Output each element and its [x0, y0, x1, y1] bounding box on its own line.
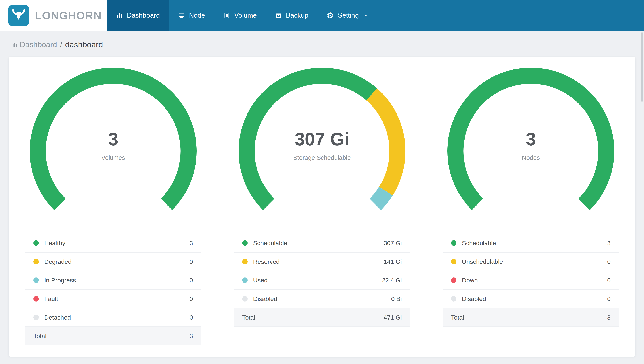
legend-label: Fault [44, 295, 190, 302]
nav-item-volume[interactable]: Volume [214, 0, 266, 31]
dashboard-card: 3 Volumes Healthy3Degraded0In Progress0F… [9, 57, 635, 357]
gauge-segment-healthy [38, 76, 188, 204]
legend-dot-yellow [33, 259, 39, 264]
nav-item-dashboard[interactable]: Dashboard [107, 0, 169, 31]
nav-item-label: Node [189, 12, 205, 19]
legend-value: 0 Bi [391, 295, 402, 302]
breadcrumb-page: dashboard [65, 40, 103, 49]
legend-value: 0 [190, 314, 193, 321]
nav-item-setting[interactable]: ⚙ Setting [318, 0, 378, 31]
nav-item-node[interactable]: Node [169, 0, 214, 31]
legend-dot-red [33, 296, 39, 302]
legend-value: 141 Gi [384, 258, 402, 265]
legend-total-row: Total3 [25, 327, 201, 346]
gauge-segment-schedulable [456, 76, 606, 204]
legend-value: 3 [190, 240, 193, 247]
legend-value: 0 [190, 295, 193, 302]
longhorn-logo [8, 5, 29, 26]
backup-icon [275, 12, 282, 19]
legend-row-healthy: Healthy3 [25, 234, 201, 252]
legend-row-in-progress: In Progress0 [25, 271, 201, 290]
main-nav: Dashboard Node Volume [107, 0, 378, 31]
legend-label: Used [253, 277, 382, 284]
legend-value: 0 [190, 277, 193, 284]
nav-item-label: Dashboard [127, 12, 160, 19]
gauge-segment-used [376, 191, 386, 204]
volumes-legend: Healthy3Degraded0In Progress0Fault0Detac… [25, 234, 201, 346]
legend-total-value: 3 [607, 314, 611, 321]
breadcrumb-section[interactable]: Dashboard [20, 40, 57, 49]
legend-label: Reserved [253, 258, 384, 265]
gauge-segment-reserved [372, 94, 398, 191]
legend-value: 307 Gi [384, 240, 402, 247]
legend-dot-green [33, 240, 39, 246]
storage-gauge-ring [237, 66, 407, 212]
legend-row-disabled: Disabled0 Bi [234, 290, 410, 308]
nodes-legend: Schedulable3Unschedulable0Down0Disabled0… [443, 234, 619, 327]
legend-dot-gray [33, 315, 39, 320]
volumes-gauge-ring [28, 66, 198, 212]
legend-row-schedulable: Schedulable307 Gi [234, 234, 410, 252]
legend-value: 3 [607, 240, 611, 247]
legend-row-reserved: Reserved141 Gi [234, 252, 410, 271]
legend-value: 0 [607, 277, 611, 284]
bull-icon [12, 8, 26, 22]
legend-label: Healthy [44, 240, 190, 247]
legend-row-degraded: Degraded0 [25, 252, 201, 271]
legend-row-detached: Detached0 [25, 308, 201, 327]
nodes-gauge: 3 Nodes [446, 66, 616, 212]
legend-label: Detached [44, 314, 190, 321]
legend-value: 0 [607, 295, 611, 302]
legend-dot-green [451, 240, 456, 246]
volumes-gauge: 3 Volumes [28, 66, 198, 212]
dashboard-icon [116, 12, 123, 19]
legend-dot-gray [242, 296, 248, 302]
legend-total-row: Total3 [443, 308, 619, 327]
top-navbar: LONGHORN Dashboard Node [0, 0, 644, 31]
legend-label: Disabled [462, 295, 607, 302]
legend-dot-red [451, 278, 456, 283]
legend-total-value: 471 Gi [384, 314, 402, 321]
legend-label: Disabled [253, 295, 391, 302]
legend-row-down: Down0 [443, 271, 619, 290]
breadcrumb-dashboard-icon [12, 42, 18, 48]
legend-total-value: 3 [190, 332, 193, 340]
legend-total-row: Total471 Gi [234, 308, 410, 327]
legend-total-label: Total [451, 314, 607, 321]
nodes-gauge-ring [446, 66, 616, 212]
nav-item-label: Setting [338, 12, 359, 19]
legend-label: Down [462, 277, 607, 284]
setting-icon: ⚙ [326, 12, 334, 20]
storage-gauge-panel: 307 Gi Storage Schedulable Schedulable30… [218, 66, 426, 357]
legend-dot-gray [451, 296, 456, 302]
breadcrumb: Dashboard / dashboard [0, 31, 644, 49]
nav-item-backup[interactable]: Backup [266, 0, 318, 31]
nodes-gauge-panel: 3 Nodes Schedulable3Unschedulable0Down0D… [426, 66, 635, 357]
brand[interactable]: LONGHORN [0, 0, 107, 31]
scrollbar-thumb[interactable] [641, 32, 643, 102]
legend-row-unschedulable: Unschedulable0 [443, 252, 619, 271]
volumes-gauge-panel: 3 Volumes Healthy3Degraded0In Progress0F… [9, 66, 218, 357]
legend-label: In Progress [44, 277, 190, 284]
gauge-segment-schedulable [246, 76, 372, 204]
legend-row-disabled: Disabled0 [443, 290, 619, 308]
legend-value: 22.4 Gi [382, 277, 402, 284]
nav-item-label: Backup [286, 12, 308, 19]
legend-dot-green [242, 240, 248, 246]
legend-total-label: Total [33, 332, 190, 340]
legend-value: 0 [607, 258, 611, 265]
legend-dot-yellow [242, 259, 248, 264]
legend-row-used: Used22.4 Gi [234, 271, 410, 290]
node-icon [178, 12, 185, 19]
volume-icon [223, 12, 230, 19]
legend-dot-teal [242, 278, 248, 283]
legend-dot-yellow [451, 259, 456, 264]
storage-gauge: 307 Gi Storage Schedulable [237, 66, 407, 212]
legend-row-fault: Fault0 [25, 290, 201, 308]
legend-label: Schedulable [462, 240, 607, 247]
chevron-down-icon [364, 13, 369, 18]
nav-item-label: Volume [234, 12, 256, 19]
legend-label: Degraded [44, 258, 190, 265]
legend-total-label: Total [242, 314, 384, 321]
legend-label: Unschedulable [462, 258, 607, 265]
